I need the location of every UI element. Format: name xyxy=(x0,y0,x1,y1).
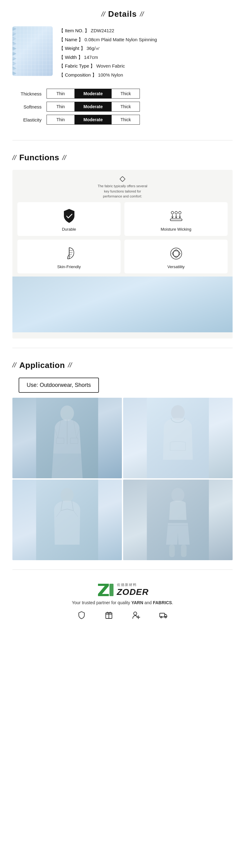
app-images-grid xyxy=(12,398,233,560)
weight-row: 【 Weight 】 36g/㎡ xyxy=(59,44,233,53)
functions-slash-left: // xyxy=(12,154,16,162)
item-no-value: ZDW24122 xyxy=(91,28,115,33)
fabric-image xyxy=(12,26,53,76)
footer-tagline: Your trusted partner for quality YARN an… xyxy=(72,600,173,605)
details-info: 【 Item NO. 】 ZDW24122 【 Name 】 0.08cm Pl… xyxy=(59,26,233,80)
svg-point-3 xyxy=(179,211,181,214)
width-value: 147cm xyxy=(84,55,98,60)
person-add-icon xyxy=(132,611,141,619)
attributes-section: Thickness Thin Moderate Thick Softness T… xyxy=(0,86,245,137)
footer-icon-person-add xyxy=(132,611,141,619)
name-row: 【 Name 】 0.08cm Plaid Matte Nylon Spinni… xyxy=(59,35,233,44)
fabric-type-label: 【 Fabric Type 】 xyxy=(59,63,95,68)
truck-icon xyxy=(159,611,168,619)
application-heading: Application xyxy=(19,361,65,370)
functions-intro-text: The fabric typically offers several key … xyxy=(95,184,150,199)
svg-rect-0 xyxy=(120,176,125,182)
function-card-skin-friendly: Skin-Friendly xyxy=(18,240,121,273)
skin-friendly-icon xyxy=(61,245,78,262)
width-label: 【 Width 】 xyxy=(59,55,83,60)
clothing-jacket-1 xyxy=(12,398,122,478)
svg-rect-7 xyxy=(170,219,182,221)
thickness-label: Thickness xyxy=(19,91,47,96)
svg-point-29 xyxy=(134,612,137,615)
elasticity-moderate: Moderate xyxy=(75,115,112,124)
thickness-thick: Thick xyxy=(112,89,140,98)
moisture-icon xyxy=(168,208,185,224)
softness-moderate: Moderate xyxy=(75,102,112,111)
footer-icon-truck xyxy=(159,611,168,619)
use-badge: Use: Outdoorwear, Shorts xyxy=(19,378,99,393)
svg-rect-25 xyxy=(110,584,114,596)
versatility-icon xyxy=(168,245,185,262)
svg-point-2 xyxy=(175,211,177,214)
skin-friendly-label: Skin-Friendly xyxy=(57,265,81,269)
item-no-row: 【 Item NO. 】 ZDW24122 xyxy=(59,26,233,35)
divider-2 xyxy=(12,348,233,348)
softness-bar: Thin Moderate Thick xyxy=(47,102,140,112)
clothing-hoodie xyxy=(123,398,233,478)
functions-bg: The fabric typically offers several key … xyxy=(12,170,233,339)
softness-thin: Thin xyxy=(47,102,75,111)
footer-icon-shield xyxy=(77,611,86,619)
functions-heading: Functions xyxy=(19,153,59,162)
softness-thick: Thick xyxy=(112,102,140,111)
footer-icons-row xyxy=(77,611,168,622)
composition-row: 【 Composition 】 100% Nylon xyxy=(59,71,233,80)
moisture-label: Moisture Wicking xyxy=(161,227,191,231)
svg-rect-23 xyxy=(181,545,187,557)
svg-marker-24 xyxy=(98,584,109,596)
tagline-pre: Your trusted partner for quality xyxy=(72,600,131,605)
elasticity-bar: Thin Moderate Thick xyxy=(47,115,140,125)
tagline-fabrics: FABRICS xyxy=(153,600,172,605)
thickness-bar: Thin Moderate Thick xyxy=(47,89,140,99)
durable-icon xyxy=(61,208,78,224)
zoder-logo-icon xyxy=(96,582,115,598)
weight-value: 36g/㎡ xyxy=(87,45,100,51)
versatility-label: Versatility xyxy=(167,265,185,269)
app-image-1 xyxy=(12,398,122,478)
details-title-row: // Details // xyxy=(12,9,233,19)
app-image-3 xyxy=(12,479,122,560)
brand-logo: 佐德新材料 ZODER xyxy=(96,582,149,598)
slash-right: // xyxy=(140,10,144,18)
svg-point-34 xyxy=(165,616,166,618)
details-section: // Details // 【 Item NO. 】 ZDW24122 【 Na… xyxy=(0,0,245,86)
brand-name-container: 佐德新材料 ZODER xyxy=(117,583,149,597)
function-card-durable: Durable xyxy=(18,202,121,236)
elasticity-label: Elasticity xyxy=(19,117,47,122)
functions-content: The fabric typically offers several key … xyxy=(12,170,233,273)
application-slash-left: // xyxy=(12,361,16,369)
clothing-light-jacket xyxy=(12,479,122,560)
elasticity-thin: Thin xyxy=(47,115,75,124)
tagline-yarn: YARN xyxy=(131,600,143,605)
fabric-type-value: Woven Fabric xyxy=(96,63,125,68)
shield-icon xyxy=(77,611,86,619)
slash-left: // xyxy=(101,10,105,18)
application-title-row: // Application // xyxy=(12,361,233,370)
svg-rect-22 xyxy=(169,545,175,557)
svg-point-17 xyxy=(61,488,74,502)
functions-title-row: // Functions // xyxy=(12,153,233,162)
divider-1 xyxy=(12,140,233,141)
brand-sub: 佐德新材料 xyxy=(117,583,149,587)
thickness-moderate: Moderate xyxy=(75,89,112,98)
functions-top-bar: The fabric typically offers several key … xyxy=(12,170,233,202)
item-no-label: 【 Item NO. 】 xyxy=(59,28,89,33)
svg-point-33 xyxy=(161,616,162,618)
brand-name-text: ZODER xyxy=(117,587,149,597)
functions-grid: Durable xyxy=(12,202,233,273)
functions-section: // Functions // The fabric typically off… xyxy=(0,144,245,345)
details-content: 【 Item NO. 】 ZDW24122 【 Name 】 0.08cm Pl… xyxy=(12,26,233,80)
elasticity-thick: Thick xyxy=(112,115,140,124)
thickness-thin: Thin xyxy=(47,89,75,98)
composition-value: 100% Nylon xyxy=(98,72,123,78)
functions-fabric-bg xyxy=(12,277,233,332)
tagline-post: . xyxy=(172,600,173,605)
softness-row: Softness Thin Moderate Thick xyxy=(19,102,226,112)
diamond-icon xyxy=(119,176,126,182)
tagline-mid: and xyxy=(143,600,153,605)
clothing-shorts xyxy=(123,479,233,560)
svg-rect-20 xyxy=(168,520,188,523)
weight-label: 【 Weight 】 xyxy=(59,45,85,51)
